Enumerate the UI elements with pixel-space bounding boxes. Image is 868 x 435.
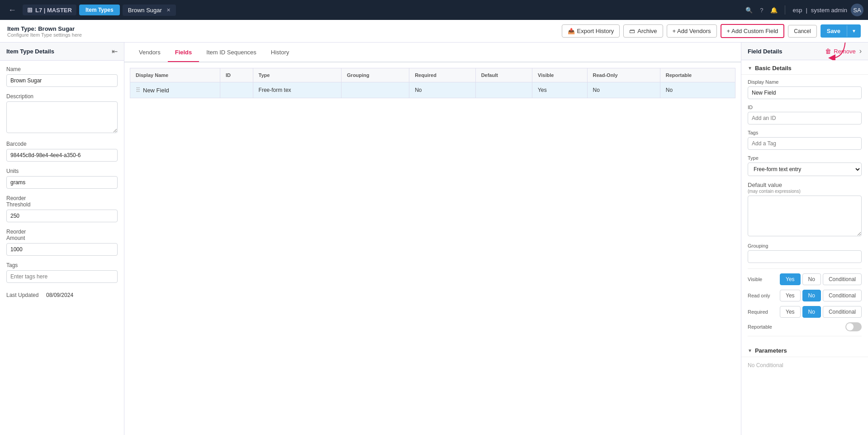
help-icon[interactable]: ? bbox=[760, 7, 763, 14]
last-updated-row: Last Updated 08/09/2024 bbox=[6, 289, 118, 301]
archive-icon: 🗃 bbox=[629, 28, 635, 34]
drag-handle-icon[interactable]: ⠿ bbox=[136, 86, 140, 94]
read-only-no-button[interactable]: No bbox=[802, 290, 821, 301]
right-panel-title: Field Details bbox=[748, 48, 783, 55]
toolbar-title: Item Type: Brown Sugar Configure Item Ty… bbox=[7, 24, 558, 38]
display-name-row: Display Name bbox=[748, 79, 862, 99]
divider-2 bbox=[748, 336, 862, 336]
tab-item-id-sequences[interactable]: Item ID Sequences bbox=[199, 43, 264, 62]
back-button[interactable]: ← bbox=[5, 4, 20, 17]
left-panel-title: Item Type Details bbox=[6, 48, 54, 55]
tags-label: Tags bbox=[6, 262, 118, 268]
basic-details-section-header[interactable]: ▼ Basic Details bbox=[741, 60, 868, 75]
module-tab[interactable]: Item Types bbox=[79, 5, 120, 15]
item-tab[interactable]: Brown Sugar ✕ bbox=[123, 5, 176, 16]
right-panel-header: Field Details 🗑 Remove › bbox=[741, 43, 868, 60]
fields-table: Display Name ID Type Grouping Required D… bbox=[130, 68, 735, 98]
export-history-button[interactable]: 📤 Export History bbox=[562, 24, 620, 38]
reorder-amount-row: ReorderAmount bbox=[6, 229, 118, 256]
grouping-label: Grouping bbox=[748, 243, 862, 249]
display-name-input[interactable] bbox=[748, 86, 862, 99]
app-badge: ⊞ L7 | MASTER bbox=[23, 5, 76, 15]
name-input[interactable] bbox=[6, 74, 118, 87]
collapse-panel-button[interactable]: ⇤ bbox=[112, 47, 118, 56]
parameters-section-header[interactable]: ▼ Parameters bbox=[741, 343, 868, 357]
add-vendors-button[interactable]: + Add Vendors bbox=[667, 24, 717, 38]
remove-button[interactable]: 🗑 Remove bbox=[825, 48, 855, 55]
avatar[interactable]: SA bbox=[851, 4, 863, 16]
units-input[interactable] bbox=[6, 176, 118, 189]
cell-read-only: No bbox=[587, 82, 660, 98]
save-dropdown-arrow[interactable]: ▼ bbox=[847, 25, 861, 37]
notifications-icon[interactable]: 🔔 bbox=[770, 7, 778, 14]
grouping-input[interactable] bbox=[748, 250, 862, 263]
save-button[interactable]: Save ▼ bbox=[821, 24, 861, 38]
col-reportable: Reportable bbox=[660, 68, 735, 82]
nav-divider bbox=[785, 5, 785, 14]
search-icon[interactable]: 🔍 bbox=[745, 7, 753, 14]
tags-input[interactable] bbox=[6, 270, 118, 283]
read-only-row: Read only Yes No Conditional bbox=[748, 290, 862, 301]
col-default: Default bbox=[475, 68, 532, 82]
name-row: Name bbox=[6, 66, 118, 87]
reportable-label: Reportable bbox=[748, 324, 772, 330]
cancel-button[interactable]: Cancel bbox=[788, 25, 816, 38]
default-value-textarea[interactable] bbox=[748, 196, 862, 236]
reorder-amount-input[interactable] bbox=[6, 243, 118, 256]
type-select[interactable]: Free-form text entry Number Date Boolean… bbox=[748, 163, 862, 176]
close-tab-icon[interactable]: ✕ bbox=[166, 7, 171, 13]
add-custom-field-button[interactable]: + Add Custom Field bbox=[721, 24, 785, 38]
reportable-toggle-switch[interactable] bbox=[845, 322, 862, 331]
visible-no-button[interactable]: No bbox=[802, 273, 821, 285]
required-conditional-button[interactable]: Conditional bbox=[823, 306, 862, 318]
archive-button[interactable]: 🗃 Archive bbox=[623, 24, 663, 38]
tags-input[interactable] bbox=[748, 137, 862, 150]
description-input[interactable] bbox=[6, 101, 118, 133]
toolbar-subtitle: Configure Item Type settings here bbox=[7, 32, 558, 38]
app-name: L7 | MASTER bbox=[35, 7, 72, 14]
cell-reportable: No bbox=[660, 82, 735, 98]
left-panel: Item Type Details ⇤ Name Description Bar… bbox=[0, 43, 124, 435]
required-yes-button[interactable]: Yes bbox=[780, 306, 801, 318]
required-label: Required bbox=[748, 309, 768, 315]
read-only-toggle-group: Yes No Conditional bbox=[780, 290, 862, 301]
id-row: ID bbox=[748, 105, 862, 124]
reorder-threshold-input[interactable] bbox=[6, 210, 118, 222]
basic-details-label: Basic Details bbox=[755, 65, 792, 72]
read-only-label: Read only bbox=[748, 293, 770, 298]
reportable-toggle-wrap bbox=[845, 322, 862, 331]
visible-conditional-button[interactable]: Conditional bbox=[823, 273, 862, 285]
id-input[interactable] bbox=[748, 112, 862, 124]
table-row[interactable]: ⠿ New Field Free-form tex No Yes No No bbox=[130, 82, 735, 98]
col-display-name: Display Name bbox=[130, 68, 220, 82]
col-visible: Visible bbox=[532, 68, 587, 82]
type-row: Type Free-form text entry Number Date Bo… bbox=[748, 155, 862, 176]
read-only-yes-button[interactable]: Yes bbox=[780, 290, 801, 301]
visible-label: Visible bbox=[748, 277, 762, 282]
visible-row: Visible Yes No Conditional bbox=[748, 273, 862, 285]
grid-icon: ⊞ bbox=[27, 6, 33, 14]
barcode-input[interactable] bbox=[6, 149, 118, 162]
default-value-row: Default value (may contain expressions) bbox=[748, 182, 862, 238]
toolbar: Item Type: Brown Sugar Configure Item Ty… bbox=[0, 20, 868, 43]
visible-toggle-group: Yes No Conditional bbox=[780, 273, 862, 285]
col-type: Type bbox=[253, 68, 341, 82]
parameters-collapse-icon: ▼ bbox=[748, 348, 752, 353]
tab-history[interactable]: History bbox=[264, 43, 296, 62]
units-row: Units bbox=[6, 168, 118, 189]
reorder-amount-label: ReorderAmount bbox=[6, 229, 118, 241]
remove-icon: 🗑 bbox=[825, 48, 831, 55]
expand-panel-button[interactable]: › bbox=[859, 47, 862, 55]
user-locale: esp bbox=[792, 7, 802, 14]
col-required: Required bbox=[409, 68, 475, 82]
nav-icons: 🔍 ? 🔔 bbox=[745, 7, 778, 14]
col-read-only: Read-Only bbox=[587, 68, 660, 82]
required-no-button[interactable]: No bbox=[802, 306, 821, 318]
tab-vendors[interactable]: Vendors bbox=[132, 43, 168, 62]
cell-default bbox=[475, 82, 532, 98]
export-icon: 📤 bbox=[568, 28, 575, 34]
last-updated-value: 08/09/2024 bbox=[46, 289, 73, 301]
read-only-conditional-button[interactable]: Conditional bbox=[823, 290, 862, 301]
visible-yes-button[interactable]: Yes bbox=[780, 273, 801, 285]
tab-fields[interactable]: Fields bbox=[168, 43, 199, 62]
